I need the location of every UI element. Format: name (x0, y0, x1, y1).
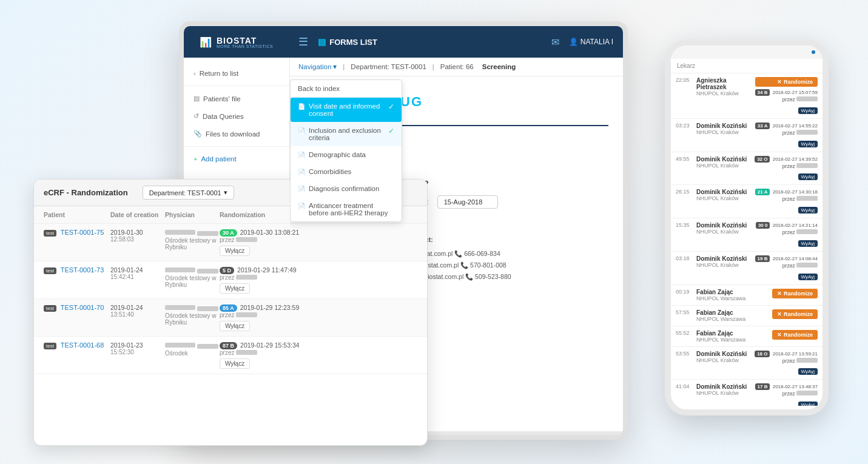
wylacz-btn-4[interactable]: Wyłącz (220, 358, 250, 369)
patient-link-4[interactable]: TEST-0001-68 (61, 341, 104, 349)
nav-item-visit-date[interactable]: 📄 Visit date and informed consent ✓ (291, 98, 402, 122)
wylacz-btn-3[interactable]: Wyłącz (220, 321, 250, 331)
sidebar-return[interactable]: ‹ Return to list (184, 65, 289, 82)
dept-6: NHUPOL Kraków (696, 262, 752, 268)
phone-header-label: Lekarz (677, 62, 695, 69)
tablet-header: 📊 BIOSTAT MORE THAN STATISTICS ☰ ▤ FORMS… (184, 26, 623, 58)
user-info: 👤 NATALIA I (569, 38, 613, 46)
dept-1: NHUPOL Kraków (696, 90, 752, 96)
time-11: 41:04 (676, 383, 693, 389)
detail-10: przez (755, 357, 818, 365)
breadcrumb-sep-2: | (432, 63, 434, 70)
patient-cell-3: test TEST-0001-70 (44, 304, 110, 311)
wyaj-tag-1: WyAyj (798, 107, 818, 114)
mail-icon[interactable]: ✉ (551, 36, 559, 48)
chevron-down-icon: ▾ (333, 62, 337, 71)
blurred-name-1b (197, 231, 218, 236)
nav-item-demographic[interactable]: 📄 Demographic data (291, 146, 402, 163)
wylacz-btn-2[interactable]: Wyłącz (220, 283, 250, 294)
num-tag-1: 34 B (755, 89, 770, 96)
date-val-2: 2019-01-24 (110, 266, 165, 274)
randomize-btn-1[interactable]: ✕ Randomize (755, 77, 818, 87)
name-5: Dominik Koziński (696, 222, 752, 229)
right-8: ✕ Randomize (772, 309, 818, 321)
time-9: 55:52 (676, 330, 693, 336)
randomize-btn-8[interactable]: ✕ Randomize (772, 309, 818, 319)
physician-cell-4: Ośrodek (165, 341, 220, 357)
name-11: Dominik Koziński (696, 383, 752, 390)
patient-link-1[interactable]: TEST-0001-75 (61, 229, 104, 236)
navigation-dropdown-trigger[interactable]: Navigation ▾ (298, 62, 337, 71)
sidebar-data-queries[interactable]: ↺ Data Queries (184, 107, 289, 125)
col-physician: Physician (165, 211, 220, 218)
right-4: 21 A 2018-02-27 14:30:18 przez WyAyj (755, 189, 818, 214)
bar-chart-icon: 📊 (200, 36, 212, 48)
rand-date-1: 2019-01-30 13:08:21 (240, 229, 300, 236)
wylacz-btn-1[interactable]: Wyłącz (220, 246, 250, 256)
patient-cell-4: test TEST-0001-68 (44, 341, 110, 349)
nav-item-comorbidities[interactable]: 📄 Comorbidities (291, 163, 402, 180)
randomize-btn-7[interactable]: ✕ Randomize (772, 289, 818, 298)
blurred-physician-1 (236, 237, 257, 242)
nav-item-diagnosis[interactable]: 📄 Diagnosis confirmation (291, 180, 402, 197)
header-right: ✉ 👤 NATALIA I (551, 36, 613, 48)
user-icon: 👤 (569, 38, 578, 46)
doc-icon-3: 📄 (298, 152, 305, 158)
detail-2: przez (755, 129, 818, 137)
blurred-10 (796, 358, 818, 363)
num-tag-4: 21 A (755, 189, 770, 195)
detail-1: przez (755, 96, 818, 104)
info-10: Dominik Koziński NHUPOL Kraków (696, 351, 751, 363)
breadcrumb-bar: Navigation ▾ | Department: TEST-0001 | P… (290, 58, 623, 76)
wyaj-tag-11: WyAyj (798, 402, 818, 406)
time-8: 57:55 (676, 309, 693, 315)
przez-label-1: przez (220, 237, 381, 243)
num-tag-10: 18 O (755, 351, 770, 357)
phone-status-bar (671, 45, 823, 59)
navigation-dropdown: Back to index 📄 Visit date and informed … (290, 79, 402, 222)
hamburger-icon[interactable]: ☰ (298, 35, 308, 49)
dept-3: NHUPOL Kraków (696, 163, 751, 169)
blurred-3 (796, 163, 818, 168)
nav-item-anticancer[interactable]: 📄 Anticancer treatment before anti-HER2 … (291, 197, 402, 221)
back-icon: ‹ (193, 70, 196, 77)
detail-4: przez (755, 195, 818, 203)
wyaj-tag-4: WyAyj (798, 207, 818, 214)
sidebar-patients-file[interactable]: ▤ Patients' file (184, 90, 289, 107)
detail-6: przez (755, 262, 818, 270)
randomize-btn-9[interactable]: ✕ Randomize (772, 330, 818, 340)
list-item: 57:55 Fabian Zając NHUPOL Warszawa ✕ Ran… (671, 306, 823, 326)
patient-link-3[interactable]: TEST-0001-70 (61, 304, 104, 311)
nav-item-inclusion[interactable]: 📄 Inclusion and exclusion criteria ✓ (291, 122, 402, 146)
status-dot (812, 50, 815, 54)
date-cell-2: 2019-01-24 15:42:41 (110, 266, 165, 280)
test-badge-3: test (44, 305, 56, 312)
right-1: ✕ Randomize 34 B 2018-02-27 15:07:59 prz… (755, 77, 818, 115)
consent-date-input[interactable]: 15-Aug-2018 (437, 195, 498, 209)
num-tag-5: 30 0 (756, 222, 770, 229)
date-val-4: 2019-01-23 (110, 341, 165, 349)
detail-3: przez (755, 163, 818, 170)
info-2: Dominik Koziński NHUPOL Kraków (696, 123, 752, 135)
num-tag-6: 19 B (755, 255, 770, 262)
right-11: 17 B 2018-02-27 13:48:37 przez WyAyj (755, 383, 818, 406)
info-11: Dominik Koziński NHUPOL Kraków (696, 383, 752, 396)
phone-scroll[interactable]: 22:05 Agnieszka Pietraszek NHUPOL Kraków… (671, 73, 823, 406)
rand-date-2: 2019-01-29 11:47:49 (237, 266, 297, 274)
time-val-4: 15:52:30 (110, 349, 165, 355)
dept-10: NHUPOL Kraków (696, 357, 751, 363)
time-val-3: 13:51:40 (110, 311, 165, 318)
test-badge-2: test (44, 267, 56, 274)
sidebar-add-patient[interactable]: + Add patient (184, 150, 289, 167)
patient-link-2[interactable]: TEST-0001-73 (61, 266, 104, 274)
list-item: 26:15 Dominik Koziński NHUPOL Kraków 21 … (671, 185, 823, 218)
date-cell-3: 2019-01-24 13:51:40 (110, 304, 165, 318)
nav-back-to-index[interactable]: Back to index (291, 80, 402, 97)
rand-date-4: 2019-01-29 15:53:34 (240, 341, 300, 349)
department-dropdown[interactable]: Department: TEST-0001 ▾ (143, 186, 234, 200)
sidebar-files-download[interactable]: 📎 Files to download (184, 125, 289, 143)
right-2: 33 A 2018-02-27 14:55:22 przez WyAyj (755, 123, 818, 148)
info-4: Dominik Koziński NHUPOL Kraków (696, 189, 752, 201)
list-item: 15:35 Dominik Koziński NHUPOL Kraków 30 … (671, 218, 823, 252)
randomization-cell-3: 85 A 2019-01-29 12:23:59 przez Wyłącz (220, 304, 381, 331)
